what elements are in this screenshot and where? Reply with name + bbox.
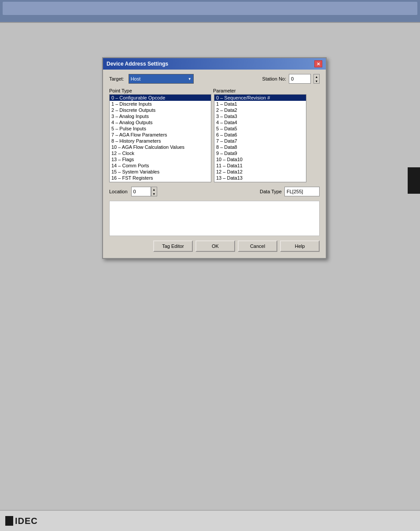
list-item[interactable]: 5 – Data5	[214, 125, 306, 132]
idec-logo-text: IDEC	[15, 516, 38, 526]
list-item[interactable]: 16 – FST Registers	[110, 175, 211, 181]
list-item[interactable]: 7 – AGA Flow Parameters	[110, 132, 211, 138]
list-item[interactable]: 13 – Flags	[110, 156, 211, 162]
location-input-wrap: ▲ ▼	[131, 187, 157, 196]
list-item[interactable]: 12 – Clock	[110, 150, 211, 156]
location-spinner-up[interactable]: ▲	[151, 187, 157, 192]
chevron-down-icon: ▼	[188, 77, 192, 81]
lists-row: 0 – Configurable Opcode 1 – Discrete Inp…	[109, 94, 320, 182]
data-type-group: Data Type FL[255]	[260, 187, 320, 196]
right-tab	[408, 167, 420, 194]
list-item[interactable]: 5 – Pulse Inputs	[110, 125, 211, 132]
parameter-header: Parameter	[213, 88, 236, 93]
tag-editor-button[interactable]: Tag Editor	[153, 240, 193, 252]
top-bar	[0, 0, 420, 23]
location-input[interactable]	[131, 187, 151, 196]
list-item[interactable]: 10 – Data10	[214, 156, 306, 162]
list-item[interactable]: 4 – Analog Outputs	[110, 119, 211, 125]
list-item[interactable]: 4 – Data4	[214, 119, 306, 125]
station-spinner[interactable]: ▲ ▼	[313, 74, 320, 84]
list-item[interactable]: 10 – AGA Flow Calculation Values	[110, 144, 211, 150]
list-item[interactable]: 14 – Comm Ports	[110, 162, 211, 169]
list-item[interactable]: 9 – Data9	[214, 150, 306, 156]
station-label: Station No:	[262, 76, 286, 81]
list-item[interactable]: 13 – Data13	[214, 175, 306, 181]
close-button[interactable]: ✕	[314, 60, 322, 67]
dialog-device-address-settings: Device Address Settings ✕ Target: Host ▼…	[102, 57, 327, 259]
target-dropdown[interactable]: Host ▼	[129, 74, 194, 84]
list-item[interactable]: 7 – Data7	[214, 138, 306, 144]
target-label: Target:	[109, 76, 124, 81]
list-item[interactable]: 3 – Data3	[214, 113, 306, 119]
list-item[interactable]: 2 – Discrete Outputs	[110, 107, 211, 113]
list-item[interactable]: 11 – Data11	[214, 162, 306, 169]
button-row: Tag Editor OK Cancel Help	[109, 240, 320, 254]
point-type-header: Point Type	[109, 88, 210, 93]
list-item[interactable]: 0 – Sequence/Revision #	[214, 95, 306, 101]
dialog-titlebar: Device Address Settings ✕	[103, 58, 326, 70]
list-item[interactable]: 8 – Data8	[214, 144, 306, 150]
list-item[interactable]: 0 – Configurable Opcode	[110, 95, 211, 101]
list-item[interactable]: 17 – Soft Point Parameters	[110, 181, 211, 182]
parameter-list[interactable]: 0 – Sequence/Revision # 1 – Data1 2 – Da…	[214, 94, 306, 182]
station-spinner-up[interactable]: ▲	[314, 74, 319, 79]
list-item[interactable]: 1 – Discrete Inputs	[110, 101, 211, 107]
station-value: 0	[291, 76, 294, 81]
cancel-button[interactable]: Cancel	[238, 240, 277, 252]
list-item[interactable]: 6 – Data6	[214, 132, 306, 138]
location-row: Location ▲ ▼ Data Type FL[255]	[109, 187, 320, 196]
help-button[interactable]: Help	[280, 240, 320, 252]
ok-button[interactable]: OK	[195, 240, 235, 252]
idec-logo: IDEC	[5, 516, 38, 526]
list-item[interactable]: 14 – Data14	[214, 181, 306, 182]
dialog-title: Device Address Settings	[107, 61, 168, 67]
dialog-body: Target: Host ▼ Station No: 0 ▲ ▼ Point T…	[103, 70, 326, 258]
empty-area	[109, 201, 320, 236]
list-item[interactable]: 8 – History Parameters	[110, 138, 211, 144]
close-icon: ✕	[317, 62, 320, 66]
list-item[interactable]: 12 – Data12	[214, 169, 306, 175]
data-type-value: FL[255]	[284, 187, 320, 196]
point-type-list[interactable]: 0 – Configurable Opcode 1 – Discrete Inp…	[109, 94, 211, 182]
list-item[interactable]: 15 – System Variables	[110, 169, 211, 175]
location-spinner-down[interactable]: ▼	[151, 192, 157, 196]
idec-logo-box	[5, 516, 13, 526]
lists-header: Point Type Parameter	[109, 88, 320, 93]
location-label: Location	[109, 189, 128, 194]
station-group: Station No: 0 ▲ ▼	[262, 74, 320, 84]
station-spinner-down[interactable]: ▼	[314, 79, 319, 83]
data-type-label: Data Type	[260, 189, 282, 194]
bottom-bar: IDEC	[0, 510, 420, 531]
list-item[interactable]: 3 – Analog Inputs	[110, 113, 211, 119]
station-input[interactable]: 0	[289, 74, 311, 84]
target-row: Target: Host ▼ Station No: 0 ▲ ▼	[109, 74, 320, 84]
list-item[interactable]: 2 – Data2	[214, 107, 306, 113]
target-value: Host	[131, 76, 141, 81]
top-bar-inner	[3, 2, 417, 15]
location-spinner[interactable]: ▲ ▼	[151, 187, 157, 196]
list-item[interactable]: 1 – Data1	[214, 101, 306, 107]
